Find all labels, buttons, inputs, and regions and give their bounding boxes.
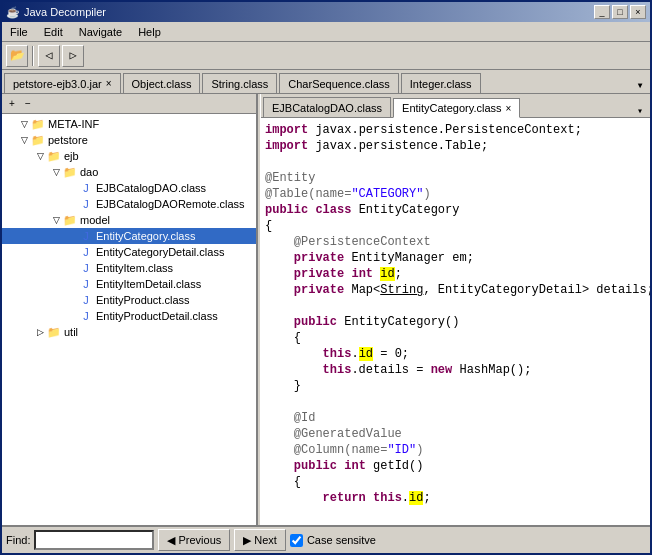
tree-item-entitycategorydetail[interactable]: JEntityCategoryDetail.class xyxy=(2,244,256,260)
case-sensitive-label: Case sensitve xyxy=(307,534,376,546)
code-text: private Map<String, EntityCategoryDetail… xyxy=(265,282,650,298)
code-text: @Entity xyxy=(265,170,315,186)
tree-spacer xyxy=(66,310,78,322)
code-tab-entitycategory-close[interactable]: × xyxy=(506,103,512,114)
tree-item-entitycategory[interactable]: JEntityCategory.class xyxy=(2,228,256,244)
tree-toggle-icon[interactable]: ▽ xyxy=(18,134,30,146)
tree-toggle-icon[interactable]: ▽ xyxy=(34,150,46,162)
tree-item-ejbcatalogdao[interactable]: JEJBCatalogDAO.class xyxy=(2,180,256,196)
tree-toggle-icon[interactable]: ▽ xyxy=(18,118,30,130)
menu-navigate[interactable]: Navigate xyxy=(71,24,130,40)
code-line: @Column(name="ID") xyxy=(261,442,650,458)
tree-collapse-btn[interactable]: − xyxy=(20,96,36,112)
tree-toolbar: + − xyxy=(2,94,256,114)
tree-spacer xyxy=(66,294,78,306)
token-plain: EntityCategory() xyxy=(337,315,459,329)
tab-jar-close[interactable]: × xyxy=(106,78,112,89)
code-line: public int getId() xyxy=(261,458,650,474)
code-line: private int id; xyxy=(261,266,650,282)
code-line: { xyxy=(261,218,650,234)
toolbar-btn-forward[interactable]: ▷ xyxy=(62,45,84,67)
token-ann: ) xyxy=(416,443,423,457)
code-text: private int id; xyxy=(265,266,402,282)
case-sensitive-checkbox[interactable] xyxy=(290,534,303,547)
menu-edit[interactable]: Edit xyxy=(36,24,71,40)
tree-item-petstore[interactable]: ▽📁petstore xyxy=(2,132,256,148)
folder-icon: 📁 xyxy=(62,213,78,227)
file-icon: J xyxy=(78,309,94,323)
code-tab-ejbcatalogdao[interactable]: EJBCatalogDAO.class xyxy=(263,97,391,117)
title-bar: ☕ Java Decompiler _ □ × xyxy=(2,2,650,22)
app-window: ☕ Java Decompiler _ □ × File Edit Naviga… xyxy=(0,0,652,555)
code-tab-entitycategory[interactable]: EntityCategory.class × xyxy=(393,98,520,118)
tree-item-label: model xyxy=(78,214,110,226)
tree-toggle-icon[interactable]: ▷ xyxy=(34,326,46,338)
tree-item-label: META-INF xyxy=(46,118,99,130)
code-text: public class EntityCategory xyxy=(265,202,459,218)
tree-spacer xyxy=(66,262,78,274)
menu-file[interactable]: File xyxy=(2,24,36,40)
code-tab-ejbcatalogdao-label: EJBCatalogDAO.class xyxy=(272,102,382,114)
find-bar: Find: ◀ Previous ▶ Next Case sensitve xyxy=(2,525,650,553)
tree-item-ejb[interactable]: ▽📁ejb xyxy=(2,148,256,164)
file-icon: J xyxy=(78,181,94,195)
token-hl: id xyxy=(359,347,373,361)
file-icon: J xyxy=(78,261,94,275)
toolbar-btn-open[interactable]: 📂 xyxy=(6,45,28,67)
code-text: { xyxy=(265,330,301,346)
tree-item-entityitem[interactable]: JEntityItem.class xyxy=(2,260,256,276)
maximize-button[interactable]: □ xyxy=(612,5,628,19)
token-plain: , EntityCategoryDetail> details; xyxy=(423,283,650,297)
tree-expand-btn[interactable]: + xyxy=(4,96,20,112)
file-icon: J xyxy=(78,293,94,307)
find-input[interactable] xyxy=(34,530,154,550)
tree-spacer xyxy=(66,278,78,290)
code-text: @Column(name="ID") xyxy=(265,442,423,458)
token-plain: = 0; xyxy=(373,347,409,361)
token-kw: import xyxy=(265,123,308,137)
tree-toggle-icon[interactable]: ▽ xyxy=(50,166,62,178)
tree-item-label: ejb xyxy=(62,150,79,162)
code-content[interactable]: import javax.persistence.PersistenceCont… xyxy=(261,118,650,525)
tree-item-entityitemdetail[interactable]: JEntityItemDetail.class xyxy=(2,276,256,292)
tree-item-label: EJBCatalogDAO.class xyxy=(94,182,206,194)
tree-item-entityproductdetail[interactable]: JEntityProductDetail.class xyxy=(2,308,256,324)
tab-integer[interactable]: Integer.class xyxy=(401,73,481,93)
code-text: import javax.persistence.Table; xyxy=(265,138,488,154)
tab-charseq[interactable]: CharSequence.class xyxy=(279,73,399,93)
code-line: public EntityCategory() xyxy=(261,314,650,330)
tree-item-entityproduct[interactable]: JEntityProduct.class xyxy=(2,292,256,308)
token-ann: ) xyxy=(423,187,430,201)
tab-object[interactable]: Object.class xyxy=(123,73,201,93)
token-plain: ; xyxy=(423,491,430,505)
tree-item-util[interactable]: ▷📁util xyxy=(2,324,256,340)
tree-item-model[interactable]: ▽📁model xyxy=(2,212,256,228)
code-line: this.id = 0; xyxy=(261,346,650,362)
next-button[interactable]: ▶ Next xyxy=(234,529,286,551)
token-kw: public xyxy=(265,203,308,217)
tree-item-dao[interactable]: ▽📁dao xyxy=(2,164,256,180)
token-plain: EntityCategory xyxy=(351,203,459,217)
tab-jar[interactable]: petstore-ejb3.0.jar × xyxy=(4,73,121,93)
close-button[interactable]: × xyxy=(630,5,646,19)
menu-help[interactable]: Help xyxy=(130,24,169,40)
token-kw: this xyxy=(373,491,402,505)
code-text xyxy=(265,154,272,170)
prev-button[interactable]: ◀ Previous xyxy=(158,529,230,551)
prev-arrow-icon: ◀ xyxy=(167,534,175,547)
minimize-button[interactable]: _ xyxy=(594,5,610,19)
code-tab-dropdown[interactable]: ▾ xyxy=(632,105,648,117)
tree-item-label: dao xyxy=(78,166,98,178)
tab-string[interactable]: String.class xyxy=(202,73,277,93)
tree-item-ejbcatalogdaoremote[interactable]: JEJBCatalogDAORemote.class xyxy=(2,196,256,212)
code-text: @PersistenceContext xyxy=(265,234,431,250)
tree-toggle-icon[interactable]: ▽ xyxy=(50,214,62,226)
tree-item-meta-inf[interactable]: ▽📁META-INF xyxy=(2,116,256,132)
code-line: @GeneratedValue xyxy=(261,426,650,442)
tab-dropdown[interactable]: ▾ xyxy=(632,78,648,93)
token-plain: getId() xyxy=(366,459,424,473)
content-area: + − ▽📁META-INF▽📁petstore▽📁ejb▽📁daoJEJBCa… xyxy=(2,94,650,525)
toolbar-btn-back[interactable]: ◁ xyxy=(38,45,60,67)
tab-jar-label: petstore-ejb3.0.jar xyxy=(13,78,102,90)
tree-spacer xyxy=(66,230,78,242)
